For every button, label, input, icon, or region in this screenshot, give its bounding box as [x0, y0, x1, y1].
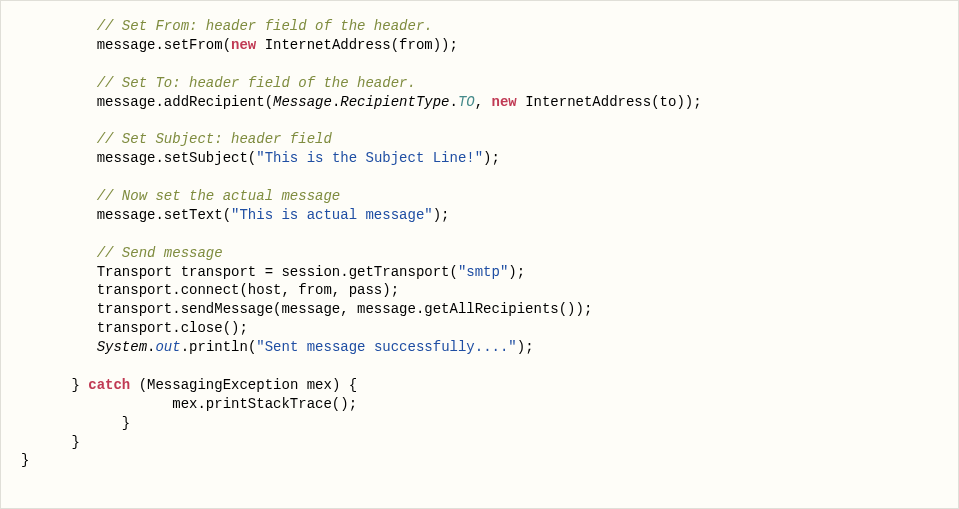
code-token: System — [97, 339, 147, 355]
code-token: Message — [273, 94, 332, 110]
code-block: // Set From: header field of the header.… — [1, 1, 958, 486]
code-token: new — [492, 94, 517, 110]
code-token: "smtp" — [458, 264, 508, 280]
code-token: // Now set the actual message — [97, 188, 341, 204]
code-token: // Set From: header field of the header. — [97, 18, 433, 34]
code-token: TO — [458, 94, 475, 110]
code-token: catch — [88, 377, 130, 393]
code-token: out — [155, 339, 180, 355]
code-token: "This is actual message" — [231, 207, 433, 223]
code-token: new — [231, 37, 256, 53]
code-token: "This is the Subject Line!" — [256, 150, 483, 166]
code-token: RecipientType — [340, 94, 449, 110]
code-token: // Set Subject: header field — [97, 131, 332, 147]
code-token: // Send message — [97, 245, 223, 261]
code-token: "Sent message successfully...." — [256, 339, 516, 355]
code-token: // Set To: header field of the header. — [97, 75, 416, 91]
